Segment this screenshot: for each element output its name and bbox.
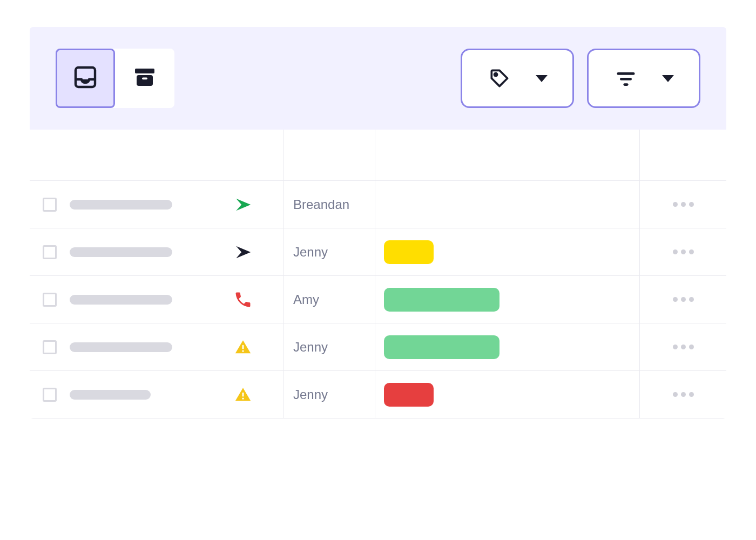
cell-type [202, 181, 284, 228]
row-checkbox[interactable] [43, 198, 57, 212]
svg-point-9 [242, 350, 244, 352]
person-name: Jenny [293, 340, 328, 355]
cell-status [375, 276, 640, 323]
cell-name [30, 181, 202, 228]
table-row[interactable]: Jenny [30, 228, 726, 276]
name-placeholder [70, 247, 172, 257]
name-placeholder [70, 295, 172, 305]
svg-rect-5 [617, 72, 634, 75]
name-placeholder [70, 342, 172, 352]
view-inbox-button[interactable] [56, 49, 115, 108]
alert-icon [234, 338, 252, 356]
cell-type [202, 323, 284, 370]
inbox-icon [72, 64, 98, 92]
toolbar-right [461, 49, 700, 108]
cell-name [30, 323, 202, 370]
cell-type [202, 228, 284, 275]
chevron-down-icon [662, 75, 674, 82]
toolbar-left [56, 49, 174, 108]
alert-icon [234, 386, 252, 404]
tag-icon [488, 66, 511, 90]
panel: Breandan Jenny [30, 27, 726, 418]
row-checkbox[interactable] [43, 293, 57, 307]
cell-status [375, 181, 640, 228]
tag-dropdown[interactable] [461, 49, 574, 108]
svg-point-11 [242, 397, 244, 399]
filter-icon [614, 66, 638, 90]
person-name: Jenny [293, 245, 328, 260]
cell-person: Breandan [284, 181, 375, 228]
cell-actions [640, 228, 726, 275]
svg-point-4 [494, 73, 497, 76]
row-checkbox[interactable] [43, 388, 57, 402]
cell-type [202, 276, 284, 323]
toolbar [30, 27, 726, 130]
view-archive-button[interactable] [115, 49, 174, 108]
cell-person: Amy [284, 276, 375, 323]
cell-person: Jenny [284, 323, 375, 370]
cell-name [30, 228, 202, 275]
table-row[interactable]: Jenny [30, 323, 726, 371]
status-pill [384, 335, 500, 359]
person-name: Amy [293, 292, 319, 307]
cell-type [202, 371, 284, 418]
status-pill [384, 288, 500, 312]
send-icon [234, 195, 252, 214]
svg-rect-3 [142, 78, 147, 80]
person-name: Jenny [293, 387, 328, 402]
svg-rect-6 [620, 78, 632, 80]
cell-actions [640, 276, 726, 323]
name-placeholder [70, 390, 151, 400]
cell-actions [640, 323, 726, 370]
phone-icon [234, 291, 252, 309]
row-more-button[interactable] [673, 345, 694, 349]
name-placeholder [70, 200, 172, 210]
svg-rect-1 [135, 69, 154, 73]
table-row[interactable]: Amy [30, 276, 726, 323]
cell-actions [640, 371, 726, 418]
svg-rect-10 [242, 392, 244, 396]
cell-actions [640, 181, 726, 228]
view-toggle [56, 49, 174, 108]
archive-icon [132, 64, 158, 92]
cell-name [30, 276, 202, 323]
table-row[interactable]: Jenny [30, 371, 726, 418]
cell-name [30, 371, 202, 418]
status-pill [384, 383, 434, 407]
cell-status [375, 228, 640, 275]
cell-status [375, 323, 640, 370]
row-checkbox[interactable] [43, 245, 57, 259]
svg-rect-2 [137, 75, 153, 86]
row-more-button[interactable] [673, 392, 694, 397]
filter-dropdown[interactable] [587, 49, 700, 108]
cell-status [375, 371, 640, 418]
row-more-button[interactable] [673, 202, 694, 207]
row-checkbox[interactable] [43, 340, 57, 354]
cell-person: Jenny [284, 371, 375, 418]
row-more-button[interactable] [673, 249, 694, 254]
status-pill [384, 240, 434, 264]
send-icon [234, 243, 252, 261]
chevron-down-icon [536, 75, 548, 82]
svg-rect-8 [242, 345, 244, 349]
row-more-button[interactable] [673, 297, 694, 302]
person-name: Breandan [293, 197, 349, 212]
table-row[interactable]: Breandan [30, 181, 726, 228]
cell-person: Jenny [284, 228, 375, 275]
svg-rect-0 [76, 68, 95, 87]
table-header [30, 130, 726, 181]
svg-rect-7 [623, 83, 628, 86]
table-body: Breandan Jenny [30, 181, 726, 418]
